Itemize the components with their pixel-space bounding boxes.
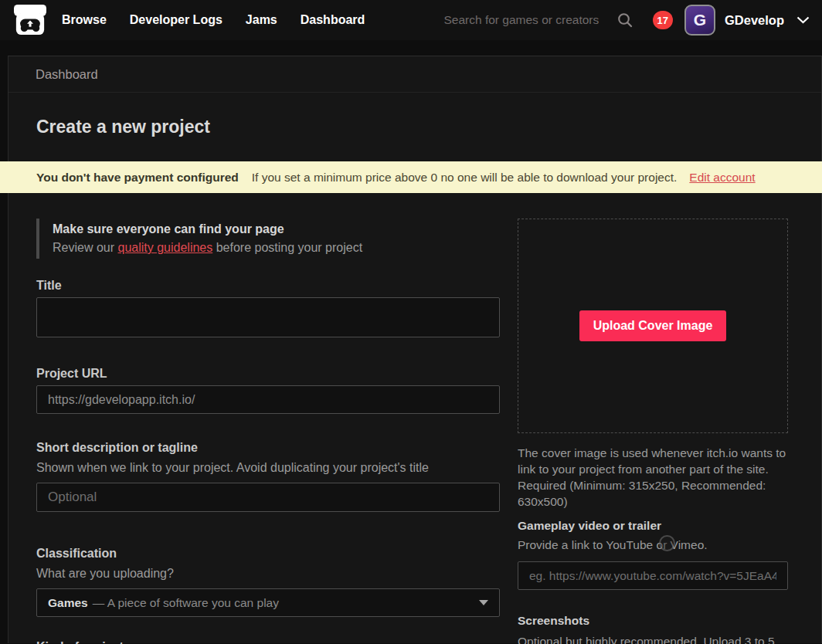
short-description-input[interactable] xyxy=(36,483,500,512)
search-icon[interactable] xyxy=(617,12,633,28)
chevron-down-icon[interactable] xyxy=(797,16,810,24)
form-right-column: Upload Cover Image The cover image is us… xyxy=(518,219,788,644)
breadcrumb[interactable]: Dashboard xyxy=(8,56,821,93)
gameplay-video-input[interactable] xyxy=(518,561,788,590)
payment-warning-banner: You don't have payment configured If you… xyxy=(0,161,822,193)
edit-account-link[interactable]: Edit account xyxy=(689,171,755,185)
project-url-label: Project URL xyxy=(36,366,500,381)
banner-text: If you set a minimum price above 0 no on… xyxy=(252,171,678,185)
kind-of-project-label: Kind of project xyxy=(36,640,500,644)
quality-guidelines-link[interactable]: quality guidelines xyxy=(117,241,212,254)
project-url-input[interactable] xyxy=(36,385,500,414)
classification-selected-value: Games xyxy=(48,596,88,610)
itchio-logo[interactable] xyxy=(12,4,48,36)
nav-link-dashboard[interactable]: Dashboard xyxy=(301,13,365,27)
banner-bold-text: You don't have payment configured xyxy=(36,171,239,185)
nav-links: Browse Developer Logs Jams Dashboard xyxy=(62,13,365,27)
form-left-column: Make sure everyone can find your page Re… xyxy=(36,219,500,644)
search-input[interactable] xyxy=(444,13,605,27)
form-content: Make sure everyone can find your page Re… xyxy=(8,193,821,644)
short-description-label: Short description or tagline xyxy=(36,440,500,456)
gameplay-video-label: Gameplay video or trailer xyxy=(518,519,788,533)
title-label: Title xyxy=(36,278,500,293)
notice-post: before posting your project xyxy=(212,241,362,254)
notice-title: Make sure everyone can find your page xyxy=(53,220,500,239)
notification-badge[interactable]: 17 xyxy=(653,11,673,29)
page-container: Dashboard Create a new project You don't… xyxy=(8,56,822,643)
select-dropdown-icon xyxy=(479,600,488,605)
screenshots-label: Screenshots xyxy=(518,614,788,628)
page-title: Create a new project xyxy=(8,93,821,161)
classification-select[interactable]: Games — A piece of software you can play xyxy=(36,588,500,617)
gameplay-video-help: Provide a link to YouTube or Vimeo. xyxy=(518,538,788,551)
username[interactable]: GDevelop xyxy=(725,13,784,28)
classification-selected-desc: — A piece of software you can play xyxy=(93,596,479,610)
search-box xyxy=(444,12,633,28)
loading-spinner-icon xyxy=(659,535,675,551)
title-input[interactable] xyxy=(36,297,500,337)
gameplay-video-help-text: Provide a link to YouTube or Vimeo. xyxy=(518,538,708,551)
classification-label: Classification xyxy=(36,546,500,561)
nav-link-jams[interactable]: Jams xyxy=(246,13,277,27)
screenshots-help: Optional but highly recommended. Upload … xyxy=(518,633,788,644)
notice-line: Review our quality guidelines before pos… xyxy=(53,239,500,257)
cover-image-dropzone[interactable]: Upload Cover Image xyxy=(518,219,788,433)
upload-cover-image-button[interactable]: Upload Cover Image xyxy=(579,310,727,341)
classification-help: What are you uploading? xyxy=(36,565,500,581)
nav-link-developer-logs[interactable]: Developer Logs xyxy=(130,13,222,27)
nav-link-browse[interactable]: Browse xyxy=(62,13,107,27)
quality-notice: Make sure everyone can find your page Re… xyxy=(36,219,500,259)
avatar[interactable]: G xyxy=(684,5,715,36)
cover-image-help: The cover image is used whenever itch.io… xyxy=(518,445,788,510)
notice-pre: Review our xyxy=(53,241,117,254)
top-navbar: Browse Developer Logs Jams Dashboard 17 … xyxy=(0,0,822,40)
short-description-help: Shown when we link to your project. Avoi… xyxy=(36,459,500,476)
